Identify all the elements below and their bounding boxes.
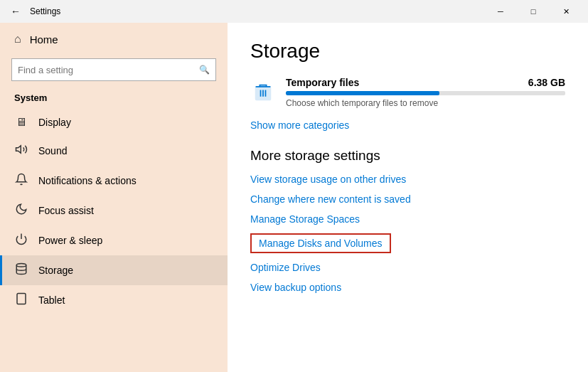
window-title: Settings: [30, 6, 60, 16]
sidebar-label-power: Power & sleep: [38, 235, 102, 246]
search-input[interactable]: [18, 65, 199, 75]
sidebar-label-notifications: Notifications & actions: [38, 175, 137, 186]
notifications-icon: [14, 173, 28, 188]
svg-point-2: [16, 264, 26, 267]
temp-files-info: Temporary files 6.38 GB Choose which tem…: [286, 77, 565, 108]
temp-files-size: 6.38 GB: [528, 77, 565, 88]
link-view-storage[interactable]: View storage usage on other drives: [250, 174, 565, 185]
maximize-button[interactable]: □: [517, 0, 550, 23]
search-icon[interactable]: 🔍: [199, 65, 210, 75]
search-box[interactable]: 🔍: [11, 58, 216, 81]
trash-icon-wrap: [250, 80, 276, 105]
link-change-content[interactable]: Change where new content is saved: [250, 193, 565, 205]
temp-files-header: Temporary files 6.38 GB: [286, 77, 565, 88]
title-bar: ← Settings ─ □ ✕: [0, 0, 588, 23]
sound-icon: [14, 143, 28, 159]
temp-files-sub: Choose which temporary files to remove: [286, 98, 565, 108]
display-icon: 🖥: [14, 116, 28, 129]
sidebar-label-tablet: Tablet: [38, 294, 65, 306]
sidebar-item-display[interactable]: 🖥 Display: [0, 109, 228, 136]
progress-fill: [286, 91, 439, 95]
link-optimize[interactable]: Optimize Drives: [250, 262, 565, 273]
sidebar-label-sound: Sound: [38, 145, 67, 156]
temp-files-label: Temporary files: [286, 77, 359, 88]
tablet-icon: [14, 292, 28, 308]
temp-files-row[interactable]: Temporary files 6.38 GB Choose which tem…: [250, 77, 565, 108]
content-area: Storage Temporary files 6.38 GB: [228, 23, 588, 372]
sidebar-label-storage: Storage: [38, 265, 73, 276]
more-settings-title: More storage settings: [250, 148, 565, 164]
progress-bar: [286, 91, 565, 95]
focus-icon: [14, 203, 28, 218]
sidebar-home[interactable]: ⌂ Home: [0, 23, 228, 55]
back-button[interactable]: ←: [6, 1, 26, 21]
link-backup[interactable]: View backup options: [250, 282, 565, 293]
sidebar: ⌂ Home 🔍 System 🖥 Display Sound: [0, 23, 228, 372]
sidebar-item-tablet[interactable]: Tablet: [0, 285, 228, 315]
svg-marker-0: [16, 146, 21, 154]
link-manage-disks[interactable]: Manage Disks and Volumes: [250, 233, 391, 253]
home-icon: ⌂: [14, 33, 21, 46]
sidebar-item-focus[interactable]: Focus assist: [0, 196, 228, 225]
storage-icon: [14, 262, 28, 278]
sidebar-item-sound[interactable]: Sound: [0, 136, 228, 166]
window-controls: ─ □ ✕: [484, 0, 582, 23]
sidebar-label-focus: Focus assist: [38, 205, 94, 216]
sidebar-section-title: System: [0, 90, 228, 109]
sidebar-item-power[interactable]: Power & sleep: [0, 225, 228, 255]
close-button[interactable]: ✕: [550, 0, 582, 23]
link-manage-spaces[interactable]: Manage Storage Spaces: [250, 213, 565, 225]
main-layout: ⌂ Home 🔍 System 🖥 Display Sound: [0, 23, 588, 372]
sidebar-label-display: Display: [38, 117, 71, 128]
home-label: Home: [30, 33, 58, 46]
power-icon: [14, 233, 28, 248]
sidebar-item-storage[interactable]: Storage: [0, 255, 228, 285]
show-more-link[interactable]: Show more categories: [250, 119, 349, 131]
sidebar-item-notifications[interactable]: Notifications & actions: [0, 166, 228, 196]
minimize-button[interactable]: ─: [484, 0, 517, 23]
trash-icon: [253, 82, 273, 103]
page-title: Storage: [250, 40, 565, 63]
